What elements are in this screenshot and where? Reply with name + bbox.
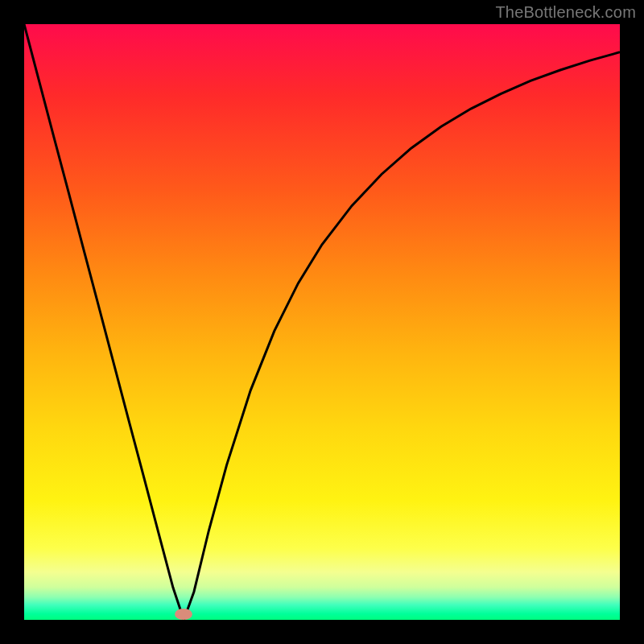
watermark-text: TheBottleneck.com (495, 3, 636, 22)
plot-area (24, 24, 620, 620)
bottleneck-curve (24, 24, 620, 620)
chart-frame: TheBottleneck.com (0, 0, 644, 644)
optimal-point-marker (175, 609, 192, 620)
curve-line (24, 24, 620, 620)
